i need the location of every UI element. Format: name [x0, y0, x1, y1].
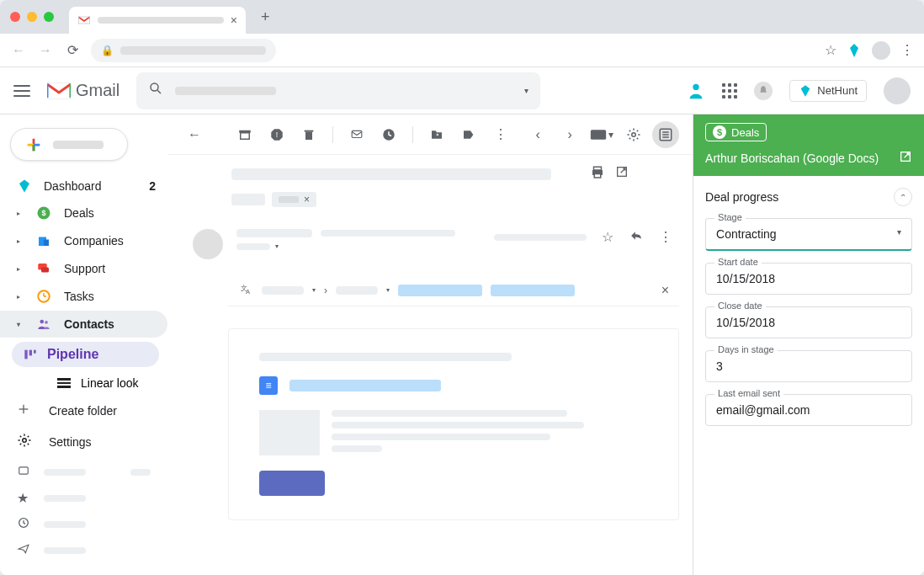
create-folder-button[interactable]: Create folder — [0, 396, 167, 425]
labels-button[interactable] — [455, 121, 482, 148]
search-placeholder — [175, 87, 276, 95]
mini-starred[interactable]: ★ — [17, 490, 151, 506]
src-lang-dropdown[interactable]: ▾ — [312, 286, 316, 294]
section-collapse-button[interactable]: ⌃ — [894, 188, 912, 206]
maximize-window-button[interactable] — [44, 12, 54, 22]
notifications-icon[interactable] — [754, 82, 773, 100]
recipients-placeholder — [236, 243, 270, 250]
compose-button[interactable] — [10, 128, 128, 161]
label-chip[interactable]: × — [272, 192, 316, 207]
translate-action[interactable] — [398, 285, 482, 296]
bookmark-star-icon[interactable]: ☆ — [825, 42, 836, 58]
sidebar-dashboard-count: 2 — [149, 179, 156, 193]
move-to-button[interactable] — [423, 121, 450, 148]
address-bar[interactable]: 🔒 — [91, 39, 276, 62]
gmail-logo-icon — [47, 83, 71, 99]
svg-line-3 — [157, 90, 161, 93]
doc-attachment[interactable]: ≡ — [259, 376, 648, 395]
sidebar-sub-pipeline[interactable]: Pipeline — [12, 342, 159, 367]
delete-button[interactable] — [295, 121, 322, 148]
close-window-button[interactable] — [10, 12, 20, 22]
expand-icon: ▸ — [17, 265, 24, 273]
chip-remove-icon[interactable]: × — [304, 194, 310, 205]
last-email-value: email@gmail.com — [716, 403, 810, 417]
translate-close-icon[interactable]: × — [661, 283, 669, 298]
primary-action-button[interactable] — [259, 471, 325, 496]
minimize-window-button[interactable] — [27, 12, 37, 22]
sidebar-item-tasks[interactable]: ▸ Tasks — [0, 283, 167, 310]
reply-icon[interactable] — [629, 230, 644, 245]
svg-rect-14 — [41, 268, 49, 273]
open-record-icon[interactable] — [899, 150, 912, 166]
linear-icon — [57, 378, 71, 388]
start-date-field[interactable]: Start date 10/15/2018 — [705, 263, 912, 295]
sidebar-item-contacts[interactable]: ▾ Contacts — [0, 311, 167, 338]
dst-lang-dropdown[interactable]: ▾ — [386, 286, 390, 294]
open-new-window-icon[interactable] — [615, 165, 629, 184]
svg-point-37 — [632, 132, 636, 136]
forward-button[interactable]: → — [37, 43, 54, 58]
archive-button[interactable] — [231, 121, 258, 148]
svg-rect-36 — [591, 130, 606, 140]
nethunt-header-icon[interactable] — [687, 82, 705, 100]
subject-placeholder — [231, 168, 551, 180]
nethunt-crm-badge[interactable]: NetHunt — [789, 80, 867, 102]
sidebar-dashboard[interactable]: Dashboard 2 — [0, 173, 167, 199]
nethunt-extension-icon[interactable] — [847, 43, 862, 58]
panel-tag-label: Deals — [731, 126, 759, 139]
side-panel-toggle-button[interactable] — [652, 121, 679, 148]
prev-message-button[interactable]: ‹ — [524, 121, 551, 148]
browser-profile-avatar[interactable] — [872, 41, 890, 60]
sidebar-item-support[interactable]: ▸ Support — [0, 255, 167, 282]
svg-rect-29 — [241, 132, 250, 139]
last-email-field[interactable]: Last email sent email@gmail.com — [705, 394, 912, 426]
new-tab-button[interactable]: + — [261, 8, 270, 26]
print-icon[interactable] — [590, 165, 605, 184]
back-button[interactable]: ← — [10, 43, 27, 58]
settings-gear-button[interactable] — [620, 121, 647, 148]
sender-avatar[interactable] — [193, 229, 223, 259]
sidebar-item-label: Tasks — [64, 290, 94, 303]
google-apps-icon[interactable] — [722, 83, 737, 98]
settings-button[interactable]: Settings — [0, 426, 167, 457]
recipients-dropdown-icon[interactable]: ▾ — [275, 242, 279, 250]
translate-option[interactable] — [491, 285, 575, 296]
star-message-icon[interactable]: ☆ — [602, 229, 613, 245]
next-message-button[interactable]: › — [556, 121, 583, 148]
plus-icon — [17, 402, 34, 418]
more-actions-button[interactable]: ⋮ — [487, 121, 514, 148]
stage-select[interactable]: Stage Contracting ▾ — [705, 218, 912, 251]
browser-menu-icon[interactable]: ⋮ — [900, 42, 914, 58]
search-options-dropdown-icon[interactable]: ▾ — [524, 86, 528, 95]
start-date-value: 10/15/2018 — [716, 272, 775, 285]
snooze-button[interactable] — [375, 121, 402, 148]
main-menu-button[interactable] — [13, 85, 30, 97]
attachment-thumbnail[interactable] — [259, 410, 320, 455]
tab-close-icon[interactable]: × — [231, 13, 237, 27]
sidebar-sub-linear[interactable]: Linear look — [0, 371, 167, 395]
panel-folder-tag[interactable]: $ Deals — [705, 123, 767, 141]
sidebar-item-companies[interactable]: ▸ Companies — [0, 227, 167, 254]
mini-sent[interactable] — [17, 543, 151, 558]
input-method-button[interactable]: ▾ — [588, 121, 615, 148]
mark-unread-button[interactable] — [343, 121, 370, 148]
close-date-field[interactable]: Close date 10/15/2018 — [705, 306, 912, 338]
mini-inbox[interactable] — [17, 465, 151, 480]
back-to-inbox-button[interactable]: ← — [181, 121, 208, 148]
svg-point-19 — [45, 321, 48, 324]
search-bar[interactable]: ▾ — [136, 72, 540, 109]
tab-title-placeholder — [98, 17, 224, 24]
reload-button[interactable]: ⟳ — [64, 42, 81, 58]
collapse-icon: ▾ — [17, 321, 24, 328]
days-in-stage-field[interactable]: Days in stage 3 — [705, 350, 912, 382]
account-avatar[interactable] — [884, 77, 911, 104]
gmail-logo[interactable]: Gmail — [47, 81, 119, 100]
url-placeholder — [120, 46, 266, 55]
browser-tab-bar: × + — [0, 0, 924, 34]
browser-tab-active[interactable]: × — [69, 7, 246, 34]
spam-button[interactable]: ! — [263, 121, 290, 148]
mini-snoozed[interactable] — [17, 516, 151, 533]
svg-point-25 — [23, 439, 27, 443]
sidebar-item-deals[interactable]: ▸ $ Deals — [0, 200, 167, 226]
message-more-icon[interactable]: ⋮ — [659, 229, 672, 245]
